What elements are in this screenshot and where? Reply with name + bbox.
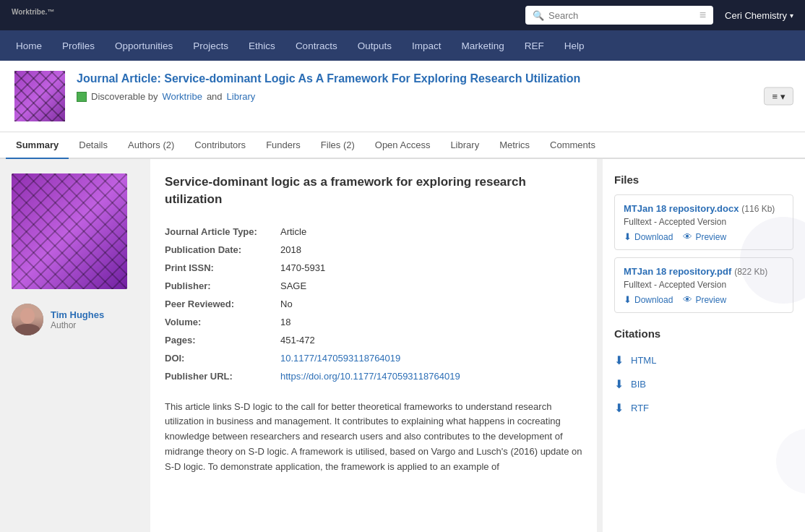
user-info[interactable]: Ceri Chemistry ▾ (725, 10, 793, 21)
preview-button-2[interactable]: 👁 Preview (683, 294, 726, 305)
meta-label: DOI: (165, 349, 280, 367)
meta-label: Peer Reviewed: (165, 295, 280, 313)
nav-profiles[interactable]: Profiles (52, 30, 105, 61)
right-panel: Files MTJan 18 repository.docx (116 Kb) … (603, 159, 805, 532)
file-name-1: MTJan 18 repository.docx (624, 203, 739, 214)
tab-open-access[interactable]: Open Access (365, 132, 441, 159)
citation-rtf[interactable]: ⬇ RTF (614, 396, 793, 420)
tabs-bar: Summary Details Authors (2) Contributors… (0, 132, 805, 159)
table-row: Journal Article Type: Article (165, 223, 582, 241)
citations-section: Citations ⬇ HTML ⬇ BIB ⬇ RTF (614, 327, 793, 420)
table-row: Publisher: SAGE (165, 277, 582, 295)
article-title: Journal Article: Service-dominant Logic … (77, 71, 580, 87)
files-section-title: Files (614, 173, 793, 186)
file-actions-2: ⬇ Download 👁 Preview (624, 294, 784, 305)
tab-library[interactable]: Library (440, 132, 489, 159)
download-button-1[interactable]: ⬇ Download (624, 231, 673, 242)
tab-funders[interactable]: Funders (256, 132, 311, 159)
avatar (12, 304, 43, 335)
logo: Worktribe.™ (12, 8, 54, 23)
author-name[interactable]: Tim Hughes (51, 309, 104, 320)
search-input[interactable] (548, 10, 695, 21)
worktribe-link[interactable]: Worktribe (163, 91, 202, 102)
abstract-text: This article links S-D logic to the call… (165, 400, 582, 475)
left-panel: Tim Hughes Author (0, 159, 145, 532)
download-icon: ⬇ (614, 401, 624, 415)
nav-marketing[interactable]: Marketing (451, 30, 514, 61)
download-icon: ⬇ (614, 353, 624, 367)
author-role: Author (51, 320, 104, 330)
citation-html[interactable]: ⬇ HTML (614, 348, 793, 372)
topbar: Worktribe.™ 🔍 ≡ Ceri Chemistry ▾ (0, 0, 805, 30)
nav-ethics[interactable]: Ethics (238, 30, 285, 61)
table-row: DOI: 10.1177/1470593118764019 (165, 349, 582, 367)
navbar: Home Profiles Opportunities Projects Eth… (0, 30, 805, 61)
table-row: Peer Reviewed: No (165, 295, 582, 313)
meta-value: Article (280, 223, 582, 241)
article-header: Journal Article: Service-dominant Logic … (0, 61, 805, 132)
nav-opportunities[interactable]: Opportunities (105, 30, 183, 61)
settings-icon: ≡ (772, 91, 778, 102)
table-row: Pages: 451-472 (165, 331, 582, 349)
file-type-1: Fulltext - Accepted Version (624, 217, 784, 227)
meta-value: No (280, 295, 582, 313)
meta-table: Journal Article Type: Article Publicatio… (165, 223, 582, 385)
meta-value: https://doi.org/10.1177/1470593118764019 (280, 367, 582, 385)
meta-value: 2018 (280, 241, 582, 259)
file-size-1: (116 Kb) (741, 204, 775, 214)
nav-contracts[interactable]: Contracts (285, 30, 348, 61)
nav-home[interactable]: Home (6, 30, 52, 61)
article-image (12, 173, 127, 289)
meta-value: 451-472 (280, 331, 582, 349)
nav-impact[interactable]: Impact (402, 30, 452, 61)
meta-value: SAGE (280, 277, 582, 295)
preview-icon: 👁 (683, 294, 692, 305)
file-size-2: (822 Kb) (734, 267, 767, 277)
nav-ref[interactable]: REF (515, 30, 554, 61)
meta-label: Volume: (165, 313, 280, 331)
table-row: Volume: 18 (165, 313, 582, 331)
meta-label: Journal Article Type: (165, 223, 280, 241)
download-icon: ⬇ (624, 231, 632, 242)
file-type-2: Fulltext - Accepted Version (624, 280, 784, 290)
publisher-url-link[interactable]: https://doi.org/10.1177/1470593118764019 (280, 371, 460, 382)
file-actions-1: ⬇ Download 👁 Preview (624, 231, 784, 242)
meta-label: Print ISSN: (165, 259, 280, 277)
center-panel: Service-dominant logic as a framework fo… (150, 159, 597, 532)
file-card-1: MTJan 18 repository.docx (116 Kb) Fullte… (614, 194, 793, 250)
nav-help[interactable]: Help (554, 30, 595, 61)
article-thumbnail (14, 71, 65, 121)
article-subtitle: Service-dominant logic as a framework fo… (165, 173, 582, 208)
menu-icon[interactable]: ≡ (699, 9, 706, 22)
settings-caret-icon: ▾ (780, 91, 785, 102)
library-link[interactable]: Library (227, 91, 256, 102)
table-row: Print ISSN: 1470-5931 (165, 259, 582, 277)
green-status-box (77, 92, 87, 102)
doi-link[interactable]: 10.1177/1470593118764019 (280, 353, 400, 364)
author-block: Tim Hughes Author (12, 304, 104, 335)
tab-details[interactable]: Details (69, 132, 118, 159)
tab-summary[interactable]: Summary (6, 132, 69, 159)
tab-comments[interactable]: Comments (540, 132, 606, 159)
meta-label: Publisher URL: (165, 367, 280, 385)
meta-label: Publication Date: (165, 241, 280, 259)
nav-projects[interactable]: Projects (183, 30, 238, 61)
search-icon: 🔍 (533, 10, 544, 21)
citation-bib[interactable]: ⬇ BIB (614, 372, 793, 396)
user-caret-icon: ▾ (790, 12, 793, 20)
tab-files[interactable]: Files (2) (311, 132, 365, 159)
table-row: Publisher URL: https://doi.org/10.1177/1… (165, 367, 582, 385)
settings-button[interactable]: ≡ ▾ (764, 87, 793, 106)
table-row: Publication Date: 2018 (165, 241, 582, 259)
discoverable-row: Discoverable by Worktribe and Library (77, 91, 580, 102)
preview-button-1[interactable]: 👁 Preview (683, 231, 726, 242)
download-button-2[interactable]: ⬇ Download (624, 294, 673, 305)
file-card-2: MTJan 18 repository.pdf (822 Kb) Fulltex… (614, 257, 793, 313)
article-header-info: Journal Article: Service-dominant Logic … (77, 71, 580, 102)
tab-metrics[interactable]: Metrics (489, 132, 540, 159)
meta-value: 18 (280, 313, 582, 331)
tab-authors[interactable]: Authors (2) (118, 132, 184, 159)
nav-outputs[interactable]: Outputs (348, 30, 402, 61)
main-content: Tim Hughes Author Service-dominant logic… (0, 159, 805, 532)
tab-contributors[interactable]: Contributors (184, 132, 256, 159)
